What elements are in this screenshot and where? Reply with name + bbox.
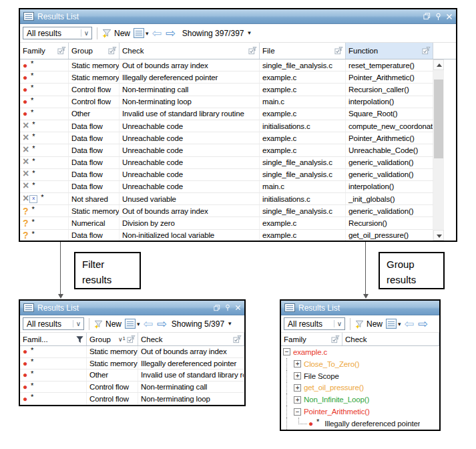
new-filter-button[interactable]: New: [355, 319, 383, 329]
result-row[interactable]: * Data flow Unreachable code main.c inte…: [20, 181, 433, 193]
group-cell: Control flow: [87, 382, 138, 393]
column-header-label: Check: [122, 47, 144, 55]
scroll-down-button[interactable]: [433, 230, 444, 241]
result-row[interactable]: * Control flow Non-terminating call exam…: [20, 84, 433, 96]
column-header[interactable]: Check: [120, 43, 260, 59]
result-row[interactable]: * Static memory Out of bounds array inde…: [20, 346, 244, 358]
check-cell: Out of bounds array index: [138, 346, 244, 357]
column-filter-icon[interactable]: [57, 47, 66, 55]
result-row[interactable]: * Control flow Non-terminating call: [20, 382, 244, 394]
vertical-scrollbar[interactable]: [433, 59, 444, 241]
result-row[interactable]: * Static memory Out of bounds array inde…: [20, 205, 433, 217]
layout-menu-button[interactable]: ▾: [125, 319, 140, 329]
previous-result-button[interactable]: ⇦: [405, 318, 415, 330]
tree-toggle-icon[interactable]: [283, 348, 290, 355]
chevron-down-icon: ∨: [81, 29, 91, 37]
result-row[interactable]: * Control flow Non-terminating loop main…: [20, 96, 433, 108]
tree-toggle-icon[interactable]: [294, 384, 301, 392]
result-row[interactable]: * Static memory Out of bounds array inde…: [20, 59, 433, 71]
column-filter-icon[interactable]: [334, 47, 343, 55]
result-row[interactable]: * Data flow Unreachable code example.c U…: [20, 144, 433, 156]
caret-down-icon: ▼: [227, 321, 232, 327]
column-header[interactable]: Group ∨1: [87, 333, 138, 345]
result-row[interactable]: * Data flow Unreachable code initialisat…: [20, 120, 433, 132]
column-filter-icon[interactable]: [422, 47, 431, 55]
new-filter-label: New: [367, 319, 383, 329]
result-row[interactable]: * Control flow Non-terminating loop: [20, 393, 244, 405]
results-filter-dropdown[interactable]: All results ∨: [284, 317, 345, 330]
result-row[interactable]: * Other Invalid use of standard library …: [20, 369, 244, 382]
result-row[interactable]: * Data flow Unreachable code example.c P…: [20, 132, 433, 144]
column-header[interactable]: Function: [346, 43, 433, 59]
tree-item[interactable]: * Illegally dereferenced pointer: [281, 418, 439, 430]
new-filter-button[interactable]: New: [102, 28, 130, 38]
pin-icon[interactable]: [435, 13, 441, 21]
severity-icon: [23, 110, 27, 118]
tree-item[interactable]: File Scope: [281, 370, 439, 382]
column-header[interactable]: Check: [138, 333, 244, 345]
tree-item[interactable]: Non_Infinite_Loop(): [281, 394, 439, 406]
previous-result-button[interactable]: ⇦: [144, 318, 154, 330]
result-row[interactable]: * Data flow Unreachable code single_file…: [20, 169, 433, 181]
showing-count[interactable]: Showing 5/397 ▼: [172, 319, 232, 329]
next-result-button[interactable]: ⇨: [157, 318, 167, 330]
tree-toggle-icon[interactable]: [294, 372, 301, 380]
column-filter-icon[interactable]: [108, 47, 117, 55]
result-row[interactable]: * Not shared Unused variable initialisat…: [20, 193, 433, 205]
column-filter-icon[interactable]: [331, 335, 340, 343]
column-header[interactable]: Group: [69, 43, 120, 59]
close-icon[interactable]: [235, 305, 241, 311]
column-header[interactable]: Check: [342, 333, 439, 345]
column-header-label: Group: [89, 335, 111, 343]
tree-toggle-icon[interactable]: [294, 396, 301, 404]
group-cell: Control flow: [69, 96, 120, 108]
filter-funnel-icon: [94, 319, 103, 329]
tree-item[interactable]: Pointer_Arithmetic(): [281, 406, 439, 418]
result-row[interactable]: * Numerical Division by zero example.c R…: [20, 217, 433, 229]
group-cell: Static memory: [69, 71, 120, 83]
result-row[interactable]: * Data flow Unreachable code single_file…: [20, 157, 433, 169]
result-row[interactable]: * Static memory Illegally dereferenced p…: [20, 71, 433, 84]
tree-item[interactable]: example.c: [281, 346, 439, 358]
result-row[interactable]: * Data flow Non-initialized local variab…: [20, 230, 433, 242]
function-cell: interpolation(): [346, 96, 433, 108]
result-row[interactable]: * Static memory Illegally dereferenced p…: [20, 358, 244, 370]
column-header[interactable]: Famil...: [20, 333, 87, 345]
column-filter-icon[interactable]: [233, 335, 242, 343]
next-result-button[interactable]: ⇨: [418, 318, 428, 330]
tree-item[interactable]: get_oil_pressure(): [281, 382, 439, 394]
window-titlebar[interactable]: Results List: [281, 301, 439, 315]
severity-icon: [23, 73, 27, 82]
result-row[interactable]: * Other Invalid use of standard library …: [20, 108, 433, 120]
pin-icon[interactable]: [225, 304, 230, 311]
layout-menu-button[interactable]: ▾: [386, 319, 401, 329]
results-filter-dropdown[interactable]: All results ∨: [23, 317, 84, 330]
column-header[interactable]: Family: [281, 333, 342, 345]
family-cell: *: [20, 393, 87, 404]
group-cell: Other: [69, 108, 120, 120]
column-header[interactable]: Family: [20, 43, 69, 59]
column-filter-icon[interactable]: [75, 335, 84, 343]
new-filter-button[interactable]: New: [94, 319, 122, 329]
tree-toggle-icon[interactable]: [294, 360, 301, 367]
scrollbar-thumb[interactable]: [434, 80, 443, 158]
results-filter-dropdown[interactable]: All results ∨: [23, 27, 92, 39]
tree-toggle-icon[interactable]: [294, 408, 301, 416]
scroll-up-button[interactable]: [433, 59, 444, 70]
float-window-icon[interactable]: [214, 305, 220, 311]
column-filter-icon[interactable]: [248, 47, 257, 55]
next-result-button[interactable]: ⇨: [166, 27, 176, 39]
showing-count[interactable]: Showing 397/397 ▼: [182, 29, 252, 38]
layout-menu-button[interactable]: ▾: [134, 28, 149, 38]
column-filter-icon[interactable]: [127, 335, 136, 343]
filter-connector-arrow: [60, 242, 61, 295]
tree-item[interactable]: Close_To_Zero(): [281, 358, 439, 370]
column-header[interactable]: File: [260, 43, 346, 59]
float-window-icon[interactable]: [423, 13, 431, 20]
window-titlebar[interactable]: Results List: [20, 301, 244, 315]
close-icon[interactable]: [446, 13, 453, 20]
previous-result-button[interactable]: ⇦: [152, 27, 162, 39]
results-tree: example.c Close_To_Zero() File Scope: [281, 346, 439, 430]
file-cell: example.c: [260, 84, 346, 95]
window-titlebar[interactable]: Results List: [20, 9, 456, 24]
